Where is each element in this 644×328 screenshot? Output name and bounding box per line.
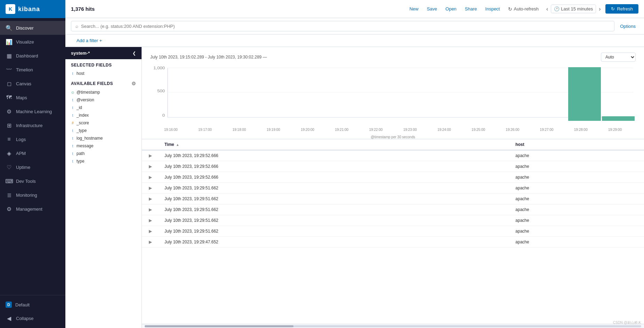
sidebar-item-logs[interactable]: ≡ Logs: [0, 132, 65, 146]
time-range-picker[interactable]: 🕐 Last 15 minutes: [551, 5, 596, 13]
chart-area: July 10th 2023, 19:15:02.289 - July 10th…: [142, 47, 644, 139]
sidebar-item-timelion[interactable]: 〰 Timelion: [0, 63, 65, 77]
right-panel: July 10th 2023, 19:15:02.289 - July 10th…: [142, 47, 644, 328]
x-tick: 19:24:00: [437, 128, 451, 132]
available-field-message[interactable]: tmessage: [65, 142, 142, 150]
expand-button[interactable]: ▶: [147, 186, 153, 190]
sidebar-item-uptime[interactable]: ♡ Uptime: [0, 160, 65, 174]
logs-icon: ≡: [6, 136, 13, 143]
field-name: type: [77, 159, 84, 164]
host-cell: apache: [510, 194, 644, 204]
sidebar-item-visualize[interactable]: 📊 Visualize: [0, 35, 65, 49]
refresh-btn-label: Refresh: [617, 6, 633, 11]
time-cell: July 10th 2023, 19:29:52.666: [159, 172, 510, 183]
sidebar-item-default[interactable]: D Default: [0, 298, 65, 311]
interval-select[interactable]: Auto 1 second 30 seconds 1 minute: [601, 53, 636, 62]
table-row: ▶ July 10th 2023, 19:29:52.666 apache: [142, 172, 644, 183]
field-name: _type: [77, 128, 87, 133]
app-logo[interactable]: K kibana: [0, 0, 65, 18]
refresh-button[interactable]: ↻ Refresh: [605, 4, 638, 14]
expand-button[interactable]: ▶: [147, 196, 153, 201]
row-expand: ▶: [142, 204, 159, 215]
sidebar: K kibana 🔍 Discover 📊 Visualize ▦ Dashbo…: [0, 0, 65, 328]
sidebar-item-dev-tools[interactable]: ⌨ Dev Tools: [0, 174, 65, 188]
maps-icon: 🗺: [6, 94, 13, 101]
available-field-log_hostname[interactable]: tlog_hostname: [65, 134, 142, 142]
available-field-_id[interactable]: t_id: [65, 104, 142, 111]
bottom-scroll[interactable]: [142, 324, 644, 328]
infrastructure-icon: ⊞: [6, 122, 13, 129]
field-name: _index: [77, 113, 89, 118]
expand-button[interactable]: ▶: [147, 175, 153, 180]
expand-button[interactable]: ▶: [147, 240, 153, 244]
inspect-button[interactable]: Inspect: [483, 5, 503, 13]
table-row: ▶ July 10th 2023, 19:29:51.662 apache: [142, 183, 644, 194]
x-tick: 19:25:00: [472, 128, 485, 132]
sidebar-item-collapse[interactable]: ◀ Collapse: [0, 311, 65, 325]
open-button[interactable]: Open: [443, 5, 459, 13]
sidebar-bottom: D Default ◀ Collapse: [0, 295, 65, 328]
selected-field-host[interactable]: thost: [65, 70, 142, 77]
save-button[interactable]: Save: [424, 5, 440, 13]
auto-refresh-button[interactable]: ↻ Auto-refresh: [505, 5, 541, 13]
table-wrap: Time ▴ host ▶ July 10th 2023, 19:29:52.6…: [142, 139, 644, 324]
options-button[interactable]: Options: [617, 22, 638, 30]
search-input[interactable]: [81, 24, 610, 29]
expand-col: [142, 139, 159, 150]
timelion-icon: 〰: [6, 66, 13, 73]
bars-container: [163, 64, 636, 121]
sidebar-item-monitoring[interactable]: ≣ Monitoring: [0, 188, 65, 202]
expand-button[interactable]: ▶: [147, 218, 153, 223]
host-cell: apache: [510, 183, 644, 194]
available-field-_type[interactable]: t_type: [65, 127, 142, 134]
x-tick: 19:16:00: [164, 128, 178, 132]
sidebar-item-infrastructure[interactable]: ⊞ Infrastructure: [0, 118, 65, 132]
search-input-wrap[interactable]: ⌕: [71, 21, 614, 31]
available-field-path[interactable]: tpath: [65, 150, 142, 157]
panel-collapse-button[interactable]: ❮: [132, 51, 136, 56]
field-type-icon: ⊙: [71, 91, 74, 94]
next-time-button[interactable]: ›: [597, 5, 603, 13]
available-field-_score[interactable]: #_score: [65, 119, 142, 127]
sidebar-item-management[interactable]: ⚙ Management: [0, 202, 65, 216]
sidebar-item-maps[interactable]: 🗺 Maps: [0, 91, 65, 104]
sidebar-item-discover[interactable]: 🔍 Discover: [0, 21, 65, 35]
host-cell: apache: [510, 172, 644, 183]
available-field-_index[interactable]: t_index: [65, 111, 142, 119]
row-expand: ▶: [142, 150, 159, 161]
available-field-@version[interactable]: t@version: [65, 96, 142, 104]
monitoring-icon: ≣: [6, 192, 13, 198]
time-col-header[interactable]: Time ▴: [159, 139, 510, 150]
expand-button[interactable]: ▶: [147, 229, 153, 234]
share-button[interactable]: Share: [462, 5, 480, 13]
host-col-header[interactable]: host: [510, 139, 644, 150]
prev-time-button[interactable]: ‹: [544, 5, 550, 13]
topbar-left: 1,376 hits: [71, 6, 95, 12]
expand-button[interactable]: ▶: [147, 153, 153, 158]
sidebar-item-apm[interactable]: ◈ APM: [0, 146, 65, 160]
visualize-label: Visualize: [16, 39, 34, 45]
chart-x-axis: 19:16:0019:17:0019:18:0019:19:0019:20:00…: [150, 127, 636, 134]
host-cell: apache: [510, 226, 644, 237]
new-button[interactable]: New: [406, 5, 421, 13]
index-pattern[interactable]: system-* ❮: [65, 47, 142, 59]
chart-x-label: @timestamp per 30 seconds: [150, 135, 636, 139]
sidebar-item-machine-learning[interactable]: ⚙ Machine Learning: [0, 104, 65, 118]
selected-fields-list: thost: [65, 70, 142, 77]
expand-button[interactable]: ▶: [147, 207, 153, 212]
scroll-thumb[interactable]: [145, 325, 293, 327]
available-field-type[interactable]: ttype: [65, 157, 142, 165]
time-sort-icon: ▴: [177, 143, 178, 147]
expand-button[interactable]: ▶: [147, 164, 153, 169]
fields-gear-icon[interactable]: ⚙: [131, 81, 136, 86]
searchbar: ⌕ Options: [65, 18, 644, 34]
sidebar-item-canvas[interactable]: ◻ Canvas: [0, 77, 65, 91]
time-cell: July 10th 2023, 19:29:51.662: [159, 204, 510, 215]
add-filter-button[interactable]: Add a filter +: [71, 36, 107, 45]
watermark: CSDN @刷山桥木: [613, 320, 641, 325]
available-field-@timestamp[interactable]: ⊙@timestamp: [65, 88, 142, 96]
maps-label: Maps: [16, 95, 27, 100]
clock-icon: 🕐: [554, 6, 560, 11]
sidebar-item-dashboard[interactable]: ▦ Dashboard: [0, 49, 65, 63]
x-tick: 19:22:00: [369, 128, 383, 132]
